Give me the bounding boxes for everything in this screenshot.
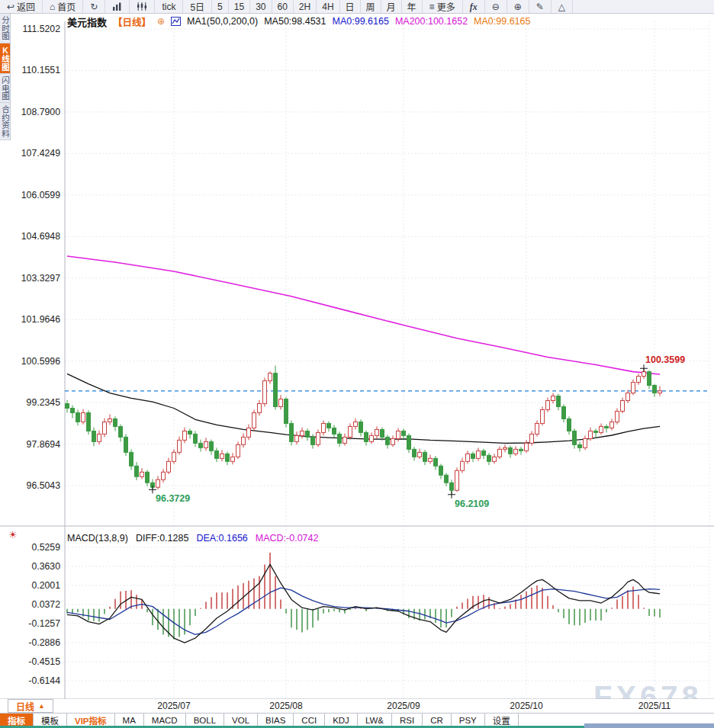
indicator-tab-VIP指标[interactable]: VIP指标 bbox=[67, 714, 115, 726]
more-button[interactable]: ≡更多 bbox=[423, 0, 463, 13]
candle bbox=[370, 435, 374, 441]
bars-chart-button[interactable] bbox=[105, 0, 130, 13]
period-selector-button[interactable]: 日线 ▲ bbox=[8, 699, 53, 713]
ma-settings-label: MA1(50,0,200,0) bbox=[187, 16, 258, 27]
refresh-button[interactable]: ↻ bbox=[83, 0, 105, 13]
indicator-tab-VOL[interactable]: VOL bbox=[224, 714, 258, 726]
more-button-label: 更多 bbox=[437, 0, 455, 13]
interval-year[interactable]: 年 bbox=[402, 0, 423, 13]
interval-30[interactable]: 30 bbox=[250, 0, 272, 13]
candle bbox=[605, 426, 609, 428]
interval-4h-label: 4H bbox=[322, 2, 333, 12]
candle bbox=[263, 381, 267, 404]
indicator-tab-设置[interactable]: 设置 bbox=[485, 714, 519, 726]
zoom-in-button[interactable]: ⊕ bbox=[507, 0, 529, 13]
macd-name: MACD(13,8,9) bbox=[67, 533, 128, 544]
interval-5[interactable]: 5 bbox=[212, 0, 229, 13]
macd-macd-value: MACD:-0.0742 bbox=[256, 533, 319, 544]
indicator-tab-PSY[interactable]: PSY bbox=[452, 714, 485, 726]
indicator-tab-模板[interactable]: 模板 bbox=[34, 714, 67, 726]
candle bbox=[509, 447, 513, 454]
candle bbox=[343, 437, 347, 443]
interval-60[interactable]: 60 bbox=[272, 0, 294, 13]
candle bbox=[461, 461, 465, 470]
interval-60-label: 60 bbox=[278, 2, 288, 12]
interval-2h[interactable]: 2H bbox=[294, 0, 317, 13]
candle bbox=[252, 412, 256, 428]
candle bbox=[359, 422, 363, 432]
indicator-settings-icon[interactable]: ☀ bbox=[8, 529, 18, 540]
candle bbox=[87, 412, 91, 431]
side-tab-闪电图[interactable]: 闪电图 bbox=[0, 74, 11, 104]
candle bbox=[290, 423, 294, 441]
candle bbox=[333, 428, 336, 434]
candle bbox=[194, 434, 198, 443]
indicator-tab-MACD[interactable]: MACD bbox=[144, 714, 186, 726]
interval-5-label: 5 bbox=[217, 2, 223, 12]
candle bbox=[188, 431, 192, 434]
back-button[interactable]: ↩返回 bbox=[0, 0, 43, 13]
main-y-tick: 104.6948 bbox=[21, 231, 60, 242]
ma200-line bbox=[67, 256, 660, 374]
shapes-button[interactable]: △ bbox=[552, 0, 573, 13]
indicator-tab-RSI[interactable]: RSI bbox=[392, 714, 423, 726]
period-tag[interactable]: 【日线】 bbox=[113, 14, 151, 29]
indicator-tab-MA[interactable]: MA bbox=[115, 714, 144, 726]
price-chart-canvas[interactable]: 111.5202110.1551108.7900107.4249106.0599… bbox=[0, 14, 714, 713]
interval-week[interactable]: 周 bbox=[361, 0, 381, 13]
candle bbox=[365, 432, 368, 441]
line-chart-icon[interactable] bbox=[171, 17, 181, 26]
side-tab-分时图[interactable]: 分时图 bbox=[0, 14, 11, 43]
add-icon[interactable]: ⊕ bbox=[157, 16, 165, 27]
refresh-icon: ↻ bbox=[90, 2, 98, 11]
candle bbox=[375, 429, 379, 435]
candle bbox=[82, 412, 85, 422]
formula-button[interactable]: fx bbox=[463, 0, 485, 13]
candle bbox=[226, 454, 230, 461]
horizontal-scrollbar[interactable] bbox=[584, 723, 714, 728]
interval-5day[interactable]: 5日 bbox=[183, 0, 212, 13]
candle bbox=[354, 422, 358, 426]
back-button-label: 返回 bbox=[17, 0, 35, 13]
candle bbox=[295, 435, 299, 441]
home-button[interactable]: ⌂首页 bbox=[43, 0, 83, 13]
candle bbox=[210, 441, 214, 451]
dea-line bbox=[67, 588, 660, 634]
candle bbox=[274, 374, 278, 407]
candles-chart-button[interactable] bbox=[130, 0, 155, 13]
interval-4h[interactable]: 4H bbox=[317, 0, 339, 13]
candle bbox=[386, 437, 390, 444]
macd-y-tick: -0.6144 bbox=[28, 675, 60, 686]
indicator-tab-KDJ[interactable]: KDJ bbox=[325, 714, 358, 726]
candle bbox=[140, 472, 144, 476]
interval-month[interactable]: 月 bbox=[381, 0, 402, 13]
indicator-tab-BOLL[interactable]: BOLL bbox=[186, 714, 224, 726]
candle bbox=[258, 404, 262, 413]
bars-chart-icon bbox=[112, 2, 122, 11]
interval-15[interactable]: 15 bbox=[229, 0, 250, 13]
candle bbox=[66, 404, 69, 409]
candle bbox=[285, 399, 288, 424]
side-tab-K线图[interactable]: K线图 bbox=[0, 43, 11, 74]
zoom-out-button[interactable]: ⊖ bbox=[485, 0, 507, 13]
indicator-tab-LW&[interactable]: LW& bbox=[358, 714, 392, 726]
macd-y-tick: 0.5259 bbox=[31, 542, 60, 553]
interval-tick[interactable]: tick bbox=[155, 0, 183, 13]
interval-day[interactable]: 日 bbox=[340, 0, 361, 13]
macd-diff-value: DIFF:0.1285 bbox=[136, 533, 188, 544]
candle bbox=[162, 472, 166, 479]
indicator-tab-BIAS[interactable]: BIAS bbox=[258, 714, 294, 726]
candle bbox=[546, 401, 550, 410]
candle bbox=[642, 372, 646, 377]
candle bbox=[541, 409, 545, 423]
candle bbox=[236, 444, 240, 457]
main-y-tick: 101.9646 bbox=[21, 314, 60, 325]
indicator-tab-CCI[interactable]: CCI bbox=[294, 714, 325, 726]
candle bbox=[130, 452, 133, 466]
draw-button[interactable]: ✎ bbox=[529, 0, 552, 13]
indicator-tab-指标[interactable]: 指标 bbox=[0, 714, 34, 726]
candle bbox=[397, 431, 400, 438]
main-y-tick: 96.5043 bbox=[27, 480, 61, 491]
side-tab-合约资料[interactable]: 合约资料 bbox=[0, 103, 11, 140]
indicator-tab-CR[interactable]: CR bbox=[423, 714, 452, 726]
